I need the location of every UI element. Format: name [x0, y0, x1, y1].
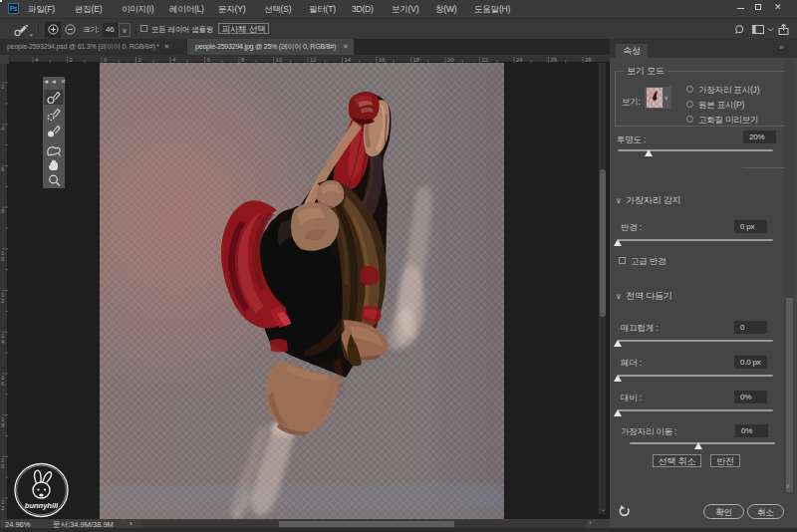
svg-text:0: 0	[104, 57, 108, 63]
svg-text:4: 4	[1, 339, 5, 345]
svg-text:28: 28	[585, 57, 592, 63]
svg-text:2: 2	[1, 84, 5, 90]
svg-text:8: 8	[1, 208, 5, 214]
svg-text:6: 6	[1, 381, 5, 387]
svg-text:20: 20	[447, 57, 454, 63]
svg-text:4: 4	[1, 126, 5, 132]
svg-text:2: 2	[70, 57, 74, 63]
svg-text:4: 4	[35, 57, 39, 63]
svg-text:8: 8	[1, 422, 5, 428]
svg-text:14: 14	[345, 57, 352, 63]
svg-text:0: 0	[1, 256, 5, 262]
svg-text:8: 8	[241, 57, 245, 63]
svg-text:6: 6	[207, 57, 211, 63]
svg-text:4: 4	[172, 57, 176, 63]
svg-text:2: 2	[1, 298, 5, 304]
svg-text:24: 24	[516, 57, 523, 63]
svg-text:10: 10	[276, 57, 283, 63]
svg-text:2: 2	[138, 57, 142, 63]
svg-text:12: 12	[310, 57, 317, 63]
svg-text:bunnyhill: bunnyhill	[25, 501, 59, 510]
svg-text:6: 6	[1, 166, 5, 172]
svg-text:26: 26	[551, 57, 558, 63]
svg-text:16: 16	[379, 57, 386, 63]
svg-text:0: 0	[1, 463, 5, 469]
svg-text:2: 2	[1, 505, 5, 511]
svg-text:22: 22	[482, 57, 489, 63]
svg-text:18: 18	[413, 57, 420, 63]
